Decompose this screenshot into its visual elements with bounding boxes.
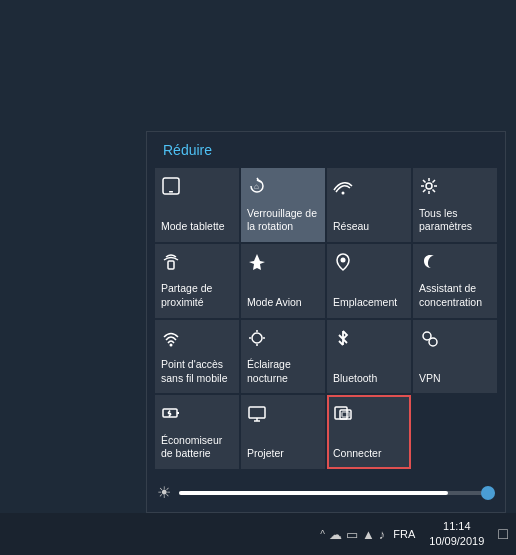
- wifi-icon: ▲: [362, 527, 375, 542]
- verrouillage-rotation-label: Verrouillage de la rotation: [247, 207, 319, 234]
- svg-rect-1: [169, 191, 173, 193]
- economiseur-batterie-icon: [161, 403, 181, 429]
- svg-text:⌂: ⌂: [254, 182, 259, 191]
- brightness-slider[interactable]: [179, 491, 495, 495]
- taskbar-system-tray: ^ ☁ ▭ ▲ ♪ FRA 11:14 10/09/2019 □: [320, 519, 512, 550]
- point-acces-label: Point d'accès sans fil mobile: [161, 358, 233, 385]
- reseau-icon: [333, 176, 353, 202]
- brightness-thumb: [481, 486, 495, 500]
- tile-emplacement[interactable]: Emplacement: [327, 244, 411, 318]
- emplacement-icon: [333, 252, 353, 278]
- tile-projeter[interactable]: Projeter: [241, 395, 325, 469]
- tile-point-acces[interactable]: Point d'accès sans fil mobile: [155, 320, 239, 394]
- tile-assistant-concentration[interactable]: Assistant de concentration: [413, 244, 497, 318]
- svg-point-8: [252, 333, 262, 343]
- tiles-grid: Mode tablette⌂Verrouillage de la rotatio…: [147, 164, 505, 477]
- svg-rect-25: [342, 412, 349, 417]
- volume-icon: ♪: [379, 527, 386, 542]
- tile-partage-proximite[interactable]: Partage de proximité: [155, 244, 239, 318]
- assistant-concentration-label: Assistant de concentration: [419, 282, 491, 309]
- action-center: Réduire Mode tablette⌂Verrouillage de la…: [146, 131, 506, 513]
- point-acces-icon: [161, 328, 181, 354]
- bluetooth-icon: [333, 328, 353, 354]
- tile-vpn[interactable]: VPN: [413, 320, 497, 394]
- cloud-icon: ☁: [329, 527, 342, 542]
- connecter-icon: [333, 403, 353, 429]
- svg-rect-16: [177, 412, 179, 414]
- clock-time: 11:14: [443, 519, 471, 534]
- tile-mode-avion[interactable]: Mode Avion: [241, 244, 325, 318]
- assistant-concentration-icon: [419, 252, 439, 278]
- svg-point-4: [426, 183, 432, 189]
- chevron-icon[interactable]: ^: [320, 529, 325, 540]
- ac-header: Réduire: [147, 132, 505, 164]
- svg-rect-20: [249, 407, 265, 418]
- mode-tablette-icon: [161, 176, 181, 202]
- svg-point-14: [429, 338, 437, 346]
- brightness-icon: ☀: [157, 483, 171, 502]
- clock-date: 10/09/2019: [429, 534, 484, 549]
- projeter-label: Projeter: [247, 447, 284, 461]
- brightness-row: ☀: [147, 477, 505, 512]
- eclairage-nocturne-label: Éclairage nocturne: [247, 358, 319, 385]
- emplacement-label: Emplacement: [333, 296, 397, 310]
- mode-avion-label: Mode Avion: [247, 296, 302, 310]
- eclairage-nocturne-icon: [247, 328, 267, 354]
- vpn-icon: [419, 328, 439, 354]
- tile-reseau[interactable]: Réseau: [327, 168, 411, 242]
- mode-tablette-label: Mode tablette: [161, 220, 225, 234]
- bluetooth-label: Bluetooth: [333, 372, 377, 386]
- svg-point-6: [341, 257, 346, 262]
- svg-rect-5: [168, 261, 174, 269]
- verrouillage-rotation-icon: ⌂: [247, 176, 267, 202]
- tile-eclairage-nocturne[interactable]: Éclairage nocturne: [241, 320, 325, 394]
- ac-title[interactable]: Réduire: [163, 142, 212, 158]
- mode-avion-icon: [247, 252, 267, 278]
- partage-proximite-icon: [161, 252, 181, 278]
- clock[interactable]: 11:14 10/09/2019: [423, 519, 490, 550]
- partage-proximite-label: Partage de proximité: [161, 282, 233, 309]
- taskbar: ^ ☁ ▭ ▲ ♪ FRA 11:14 10/09/2019 □: [0, 513, 516, 555]
- economiseur-batterie-label: Économiseur de batterie: [161, 434, 233, 461]
- tile-bluetooth[interactable]: Bluetooth: [327, 320, 411, 394]
- tile-verrouillage-rotation[interactable]: ⌂Verrouillage de la rotation: [241, 168, 325, 242]
- brightness-fill: [179, 491, 448, 495]
- tile-economiseur-batterie[interactable]: Économiseur de batterie: [155, 395, 239, 469]
- reseau-label: Réseau: [333, 220, 369, 234]
- tous-parametres-label: Tous les paramètres: [419, 207, 491, 234]
- tile-mode-tablette[interactable]: Mode tablette: [155, 168, 239, 242]
- vpn-label: VPN: [419, 372, 441, 386]
- tile-tous-parametres[interactable]: Tous les paramètres: [413, 168, 497, 242]
- battery-icon: ▭: [346, 527, 358, 542]
- notification-icon[interactable]: □: [494, 525, 512, 543]
- tous-parametres-icon: [419, 176, 439, 202]
- svg-point-3: [342, 192, 345, 195]
- tile-connecter[interactable]: Connecter: [327, 395, 411, 469]
- connecter-label: Connecter: [333, 447, 381, 461]
- language-indicator: FRA: [389, 528, 419, 540]
- projeter-icon: [247, 403, 267, 429]
- svg-point-7: [170, 343, 173, 346]
